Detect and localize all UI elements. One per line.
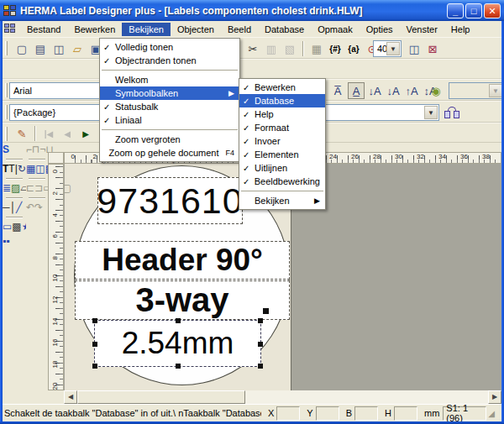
rotate-left-icon: ↶ (26, 202, 34, 213)
zoom-level-combobox[interactable]: 400▼ (373, 40, 402, 57)
insert-number-field-icon[interactable]: {#} (327, 40, 344, 57)
menu-bestand[interactable]: Bestand (20, 23, 67, 36)
selection-handle[interactable] (258, 318, 263, 323)
selection-handle[interactable] (176, 318, 181, 323)
combo-arrow-icon[interactable]: ▼ (386, 42, 400, 55)
page-numbering-icon[interactable]: ◫ (50, 40, 67, 57)
scroll-left-button[interactable]: ◀ (64, 390, 77, 404)
toolbox-separator (6, 159, 23, 160)
menu-item-invoer[interactable]: ✓Invoer (239, 134, 325, 148)
menu-item-volledig-tonen[interactable]: ✓Volledig tonen (100, 40, 239, 54)
hline-tool-icon[interactable]: ─ (3, 202, 10, 213)
insert-text-field-icon[interactable]: {a} (345, 40, 362, 57)
text-cursor-tool-icon[interactable]: T| (8, 163, 17, 175)
toolbar-separator (302, 41, 304, 56)
selection-handle[interactable] (92, 364, 97, 369)
print-preview-icon[interactable]: ▤ (32, 40, 49, 57)
selection-handle[interactable] (258, 342, 263, 347)
new-document-icon[interactable]: ▢ (13, 40, 30, 57)
columns-icon[interactable]: ◫ (406, 40, 423, 57)
document-icon[interactable] (4, 24, 17, 34)
space-h-icon: ⊏ (26, 182, 34, 194)
resize-grip[interactable]: ◢ (488, 409, 495, 418)
pattern-tool-icon[interactable]: ▩ (12, 221, 21, 233)
menu-bekijken[interactable]: Bekijken (122, 23, 171, 36)
selection-handle[interactable] (92, 318, 97, 323)
selection-handle[interactable] (258, 364, 263, 369)
menu-item-zoom-vergroten[interactable]: Zoom vergroten (100, 133, 239, 146)
close-preview-icon[interactable]: ⊠ (424, 40, 441, 57)
text-object-line2[interactable]: 3-way (75, 280, 290, 320)
h-ruler-number: 34 (438, 153, 446, 160)
menu-item-help[interactable]: ✓Help (239, 107, 325, 121)
title-bar[interactable]: HERMA Label Designer plus - [Labels comp… (0, 0, 504, 21)
text-fixed-icon[interactable]: A̲ (348, 82, 365, 99)
menu-item-bewerken[interactable]: ✓Bewerken (239, 81, 325, 94)
toolbar-drag-handle[interactable] (5, 105, 8, 119)
menu-item-beeldbewerking[interactable]: ✓Beeldbewerking (239, 175, 325, 188)
toolbar-empty-row (3, 59, 501, 79)
minimize-button[interactable]: _ (447, 3, 464, 18)
close-button[interactable]: ✕ (484, 3, 501, 18)
menu-item-elementen[interactable]: ✓Elementen (239, 148, 325, 161)
open-icon[interactable]: ▱ (69, 40, 86, 57)
vline-tool-icon[interactable]: │ (10, 202, 17, 213)
rectangle-tool-icon[interactable]: ▭ (3, 221, 12, 233)
form-fields-tool-icon[interactable]: ≣ (3, 182, 11, 194)
toolbar-drag-handle[interactable] (5, 83, 8, 97)
grid-small-icon[interactable]: ▦ (26, 163, 35, 175)
horizontal-scrollbar[interactable]: ◀ ▶ (64, 390, 501, 404)
menu-database[interactable]: Database (258, 23, 311, 36)
menu-help[interactable]: Help (444, 23, 477, 36)
image-tool-icon[interactable]: ▨ (11, 182, 20, 194)
menu-item-zoom-op-gehele-document[interactable]: Zoom op gehele documentF4 (100, 146, 239, 160)
toolbar-drag-handle[interactable] (5, 41, 8, 55)
clock-icon[interactable]: ◉ (428, 82, 444, 99)
menu-bewerken[interactable]: Bewerken (67, 23, 122, 36)
grid-medium-icon[interactable]: ◫ (35, 163, 45, 175)
object-anchor-handle[interactable] (263, 308, 269, 314)
binoculars-icon[interactable] (444, 107, 459, 118)
scroll-right-button[interactable]: ▶ (488, 390, 501, 404)
grid-icon[interactable]: ▦ (308, 40, 325, 57)
menu-item-welkom[interactable]: Welkom (100, 73, 239, 86)
menu-opmaak[interactable]: Opmaak (311, 23, 360, 36)
text-fit-icon[interactable]: A̅ (329, 82, 346, 99)
menu-item-uitlijnen[interactable]: ✓Uitlijnen (239, 161, 325, 175)
text-object-header[interactable]: Header 90° (75, 241, 290, 280)
selection-handle[interactable] (92, 342, 97, 347)
diagonal-tool-icon[interactable]: ╱ (16, 202, 22, 213)
maximize-button[interactable]: □ (465, 3, 482, 18)
text-smallest-icon[interactable]: ↓A (385, 82, 402, 99)
text-larger-icon[interactable]: ↑A (403, 82, 420, 99)
cut-icon[interactable]: ✂ (244, 40, 261, 57)
menu-item-objectranden-tonen[interactable]: ✓Objectranden tonen (100, 54, 239, 67)
text-smaller-icon[interactable]: ↓A (366, 82, 383, 99)
first-record-button: |◀ (40, 125, 57, 142)
selection-handle[interactable] (176, 364, 181, 369)
combo-arrow-icon[interactable]: ▼ (424, 106, 438, 119)
toolbar-drag-handle[interactable] (5, 127, 8, 141)
text-object-code[interactable]: 9731610 (97, 177, 243, 224)
status-bar: Schakelt de taakbalk "Database" in of ui… (3, 404, 501, 421)
menu-objecten[interactable]: Objecten (171, 23, 221, 36)
menu-item-bekijken[interactable]: Bekijken▶ (239, 194, 325, 207)
edit-record-icon[interactable]: ✎ (13, 125, 30, 142)
menu-item-database[interactable]: ✓Database (239, 94, 325, 107)
rotate-text-tool-icon[interactable]: ↻ (18, 163, 26, 175)
menu-beeld[interactable]: Beeld (221, 23, 258, 36)
scrollbar-track[interactable] (245, 390, 488, 404)
toolbox-separator (29, 159, 45, 160)
menu-venster[interactable]: Venster (400, 23, 444, 36)
menu-item-statusbalk[interactable]: ✓Statusbalk (100, 100, 239, 113)
next-record-button[interactable]: ▶ (77, 125, 94, 142)
select-tool-icon[interactable]: S (3, 144, 9, 155)
menu-item-liniaal[interactable]: ✓Liniaal (100, 113, 239, 127)
selected-text-object[interactable]: 2.54mm (94, 320, 261, 367)
scrollbar-thumb[interactable] (77, 390, 245, 404)
menu-bar: BestandBewerkenBekijkenObjectenBeeldData… (3, 21, 501, 37)
menu-item-symboolbalken[interactable]: Symboolbalken▶ (100, 86, 239, 100)
small-barcode-tool-icon[interactable]: ▪▪ (3, 235, 10, 247)
menu-opties[interactable]: Opties (360, 23, 400, 36)
menu-item-formaat[interactable]: ✓Formaat (239, 121, 325, 134)
